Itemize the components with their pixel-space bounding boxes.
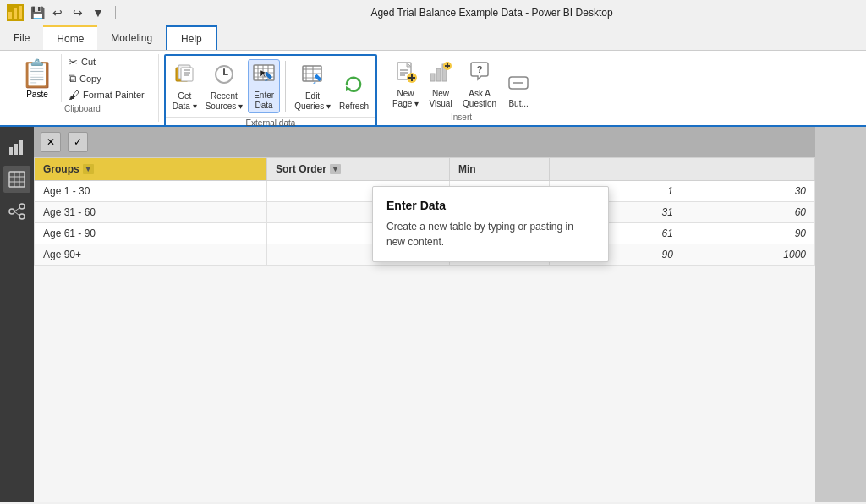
format-painter-button[interactable]: 🖌 Format Painter [65,88,148,102]
tooltip-title: Enter Data [386,199,595,212]
copy-label: Copy [79,74,101,84]
title-divider [115,6,116,19]
clipboard-section: 📋 Paste ✂ Cut ⧉ Copy 🖌 Format Painter [14,54,151,102]
edit-queries-button[interactable]: EditQueries ▾ [291,59,334,113]
save-button[interactable]: 💾 [29,4,46,21]
ask-question-button[interactable]: ? Ask AQuestion [459,58,500,111]
table-area: ✕ ✓ Groups ▼ Sort Order ▼ [34,127,815,502]
button-button[interactable]: But... [503,68,534,111]
col-4-header [549,158,682,181]
svg-point-55 [19,204,25,209]
edit-queries-label: EditQueries ▾ [294,91,331,112]
new-visual-button[interactable]: NewVisual [425,58,456,111]
col-sortorder-header[interactable]: Sort Order ▼ [266,158,449,181]
new-page-button[interactable]: NewPage ▾ [389,58,422,111]
format-painter-label: Format Painter [83,90,145,100]
external-data-group: GetData ▾ RecentSources ▾ [159,54,382,122]
cell-col5-0: 30 [682,181,814,202]
table-toolbar: ✕ ✓ [34,127,815,157]
refresh-label: Refresh [339,101,369,112]
get-data-button[interactable]: GetData ▾ [169,59,200,113]
dropdown-arrow[interactable]: ▼ [90,4,107,21]
cell-col5-3: 1000 [682,244,814,266]
sidebar-relationships-icon[interactable] [3,198,30,225]
insert-buttons: NewPage ▾ NewVisual [389,54,534,111]
button-icon [507,70,530,97]
svg-rect-37 [430,74,435,81]
cell-groups-0: Age 1 - 30 [35,181,267,202]
paste-icon: 📋 [20,58,54,90]
new-visual-label: NewVisual [430,89,452,109]
svg-rect-38 [436,68,441,81]
cell-groups-3: Age 90+ [35,244,267,266]
enter-data-icon [252,62,276,89]
tab-help[interactable]: Help [166,25,217,50]
tab-modeling[interactable]: Modeling [97,25,166,50]
col-groups-header[interactable]: Groups ▼ [35,158,267,181]
insert-label: Insert [389,111,534,122]
recent-sources-label: RecentSources ▾ [206,91,243,112]
svg-rect-47 [14,144,18,155]
col-5-header [682,158,814,181]
groups-col-label: Groups [43,163,79,175]
title-bar: 💾 ↩ ↪ ▼ Aged Trial Balance Example Data … [0,0,866,25]
svg-rect-46 [9,147,13,155]
button-label: But... [508,99,528,109]
cell-col5-2: 90 [682,223,814,244]
sidebar-report-icon[interactable] [3,134,30,161]
svg-text:?: ? [477,64,483,74]
get-data-icon [173,63,196,90]
left-sidebar [0,127,34,502]
svg-line-57 [14,208,19,211]
new-visual-icon [429,60,452,87]
enter-data-tooltip: Enter Data Create a new table by typing … [372,186,609,262]
tooltip-body: Create a new table by typing or pasting … [386,219,595,249]
svg-rect-1 [14,8,17,19]
sortorder-sort-icon[interactable]: ▼ [330,164,341,174]
toolbar-check-button[interactable]: ✓ [68,132,88,152]
app-icon [7,4,24,21]
enter-data-button[interactable]: EnterData [248,59,280,113]
svg-rect-49 [9,172,25,187]
svg-marker-27 [313,82,316,84]
tab-home[interactable]: Home [43,25,97,50]
col-min-header[interactable]: Min [449,158,549,181]
right-panel [815,127,866,502]
edit-queries-icon [301,63,325,90]
redo-button[interactable]: ↪ [69,4,86,21]
cell-groups-2: Age 61 - 90 [35,223,267,244]
svg-point-54 [9,209,14,214]
toolbar-x-button[interactable]: ✕ [41,132,61,152]
cut-label: Cut [81,57,96,67]
enter-data-label: EnterData [254,90,274,111]
canvas-area: ✕ ✓ Groups ▼ Sort Order ▼ [0,127,866,502]
recent-sources-button[interactable]: RecentSources ▾ [202,59,246,113]
refresh-button[interactable]: Refresh [336,59,372,113]
svg-rect-48 [19,140,23,155]
ask-question-label: Ask AQuestion [463,89,496,109]
paste-label: Paste [26,90,48,99]
table-header-row: Groups ▼ Sort Order ▼ Min [35,158,815,181]
window-title: Aged Trial Balance Example Data - Power … [124,7,859,19]
format-painter-icon: 🖌 [69,89,79,101]
new-page-icon [394,60,418,87]
clipboard-small-buttons: ✂ Cut ⧉ Copy 🖌 Format Painter [62,54,151,102]
sidebar-table-icon[interactable] [3,166,30,193]
quick-access-toolbar: 💾 ↩ ↪ ▼ [29,4,107,21]
svg-line-58 [14,211,19,216]
paste-button[interactable]: 📋 Paste [14,54,62,102]
clipboard-group: 📋 Paste ✂ Cut ⧉ Copy 🖌 Format Painter Cl… [7,54,159,122]
ribbon-group-divider [285,61,286,112]
cut-button[interactable]: ✂ Cut [65,55,148,69]
tab-file[interactable]: File [0,25,43,50]
groups-sort-icon[interactable]: ▼ [83,164,94,174]
external-data-bordered: GetData ▾ RecentSources ▾ [164,54,377,131]
copy-icon: ⧉ [69,72,76,85]
refresh-icon [342,73,365,100]
insert-group: NewPage ▾ NewVisual [382,54,540,122]
sortorder-col-label: Sort Order [276,163,326,175]
svg-point-56 [19,214,25,219]
cell-col5-1: 60 [682,202,814,223]
copy-button[interactable]: ⧉ Copy [65,71,148,86]
undo-button[interactable]: ↩ [49,4,66,21]
